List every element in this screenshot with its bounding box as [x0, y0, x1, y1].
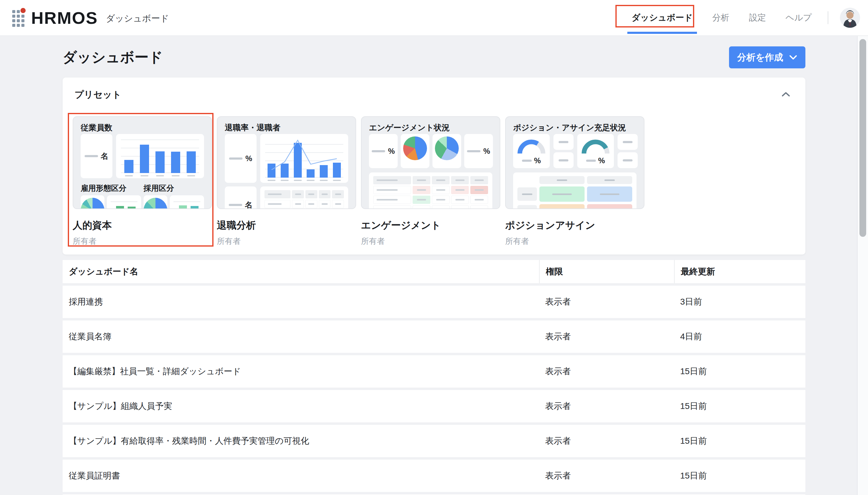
table-row[interactable]: 採用連携表示者3日前: [63, 286, 805, 318]
pie-chart-skeleton: [81, 195, 104, 209]
preset-name: 退職分析: [217, 219, 356, 232]
dashboard-name-cell: 従業員名簿: [63, 331, 539, 342]
updated-cell: 15日前: [674, 400, 805, 412]
kpi-unit: %: [245, 154, 252, 163]
nav-tab-settings[interactable]: 設定: [749, 0, 766, 35]
nav-tab-dashboard-label: ダッシュボード: [632, 12, 693, 23]
thumbnail-chart-title: 退職率・退職者: [225, 122, 348, 132]
value-placeholder-dash: [467, 150, 480, 152]
brand-wordmark: HRMOS: [31, 8, 98, 28]
preset-owner-badge: 所有者: [361, 236, 500, 246]
kpi-skeleton-tile: [553, 134, 573, 150]
table-row[interactable]: 【サンプル】有給取得率・残業時間・人件費予実管理の可視化表示者15日前: [63, 425, 805, 457]
preset-name: ポジションアサイン: [505, 219, 645, 232]
kpi-unit: 名: [245, 200, 253, 209]
app-screen: HRMOS ダッシュボード ダッシュボード 分析 設定 ヘルプ: [0, 0, 868, 495]
chevron-down-icon: [789, 55, 797, 60]
preset-owner-badge: 所有者: [73, 236, 212, 246]
preset-thumbnail: エンゲージメント状況 %%: [361, 116, 500, 209]
column-header-permission[interactable]: 権限: [539, 260, 674, 283]
gauge-chart-skeleton: %: [513, 134, 550, 168]
column-header-name[interactable]: ダッシュボード名: [63, 260, 539, 283]
hrmos-logo[interactable]: HRMOS ダッシュボード: [12, 8, 169, 28]
column-header-updated[interactable]: 最終更新: [674, 260, 805, 283]
preset-tile-position-assign[interactable]: ポジション・アサイン充足状況 %% ポジションアサイン 所有者: [505, 116, 645, 246]
create-analysis-button[interactable]: 分析を作成: [729, 46, 805, 68]
permission-cell: 表示者: [539, 296, 674, 308]
kpi-skeleton-tile: 名: [81, 134, 112, 178]
user-avatar[interactable]: [840, 7, 860, 28]
permission-cell: 表示者: [539, 470, 674, 482]
preset-name: エンゲージメント: [361, 219, 500, 232]
value-placeholder-dash: [85, 155, 98, 157]
preset-thumbnail: 退職率・退職者 %名: [217, 116, 356, 209]
pie-chart-skeleton: [433, 134, 461, 168]
scrollbar-thumb[interactable]: [859, 39, 866, 237]
collapse-section-button[interactable]: [778, 90, 794, 99]
updated-cell: 15日前: [674, 470, 805, 482]
table-skeleton: [260, 186, 348, 209]
value-placeholder-dash: [372, 150, 385, 152]
nav-tab-analysis[interactable]: 分析: [712, 0, 729, 35]
x-axis-placeholder-labels: [121, 173, 199, 176]
main-content: ダッシュボード 分析を作成 プリセット 従業員数 名雇用形態区分採用区分: [0, 46, 868, 495]
preset-owner-badge: 所有者: [505, 236, 645, 246]
page-title: ダッシュボード: [63, 48, 729, 67]
preset-tile-turnover[interactable]: 退職率・退職者 %名 退職分析 所有者: [217, 116, 356, 246]
active-tab-underline: [627, 32, 697, 34]
table-body: 採用連携表示者3日前従業員名簿表示者4日前【編集厳禁】社員一覧・詳細ダッシュボー…: [63, 286, 805, 495]
preset-tile-engagement[interactable]: エンゲージメント状況 %% エンゲージメント 所有者: [361, 116, 500, 246]
kpi-skeleton-tile: [618, 134, 638, 150]
nav-tab-help-label: ヘルプ: [786, 12, 812, 23]
thumbnail-chart-title: 従業員数: [81, 122, 204, 132]
sub-chart-label: 採用区分: [144, 183, 174, 192]
kpi-unit: %: [483, 147, 490, 156]
table-row[interactable]: 従業員名簿表示者4日前: [63, 321, 805, 353]
table-header-row: ダッシュボード名 権限 最終更新: [63, 260, 805, 283]
table-row[interactable]: 【サンプル】組織人員予実表示者15日前: [63, 390, 805, 422]
kpi-unit: %: [388, 147, 395, 156]
thumbnail-chart-title: エンゲージメント状況: [369, 122, 493, 132]
preset-tile-human-capital[interactable]: 従業員数 名雇用形態区分採用区分 人的資本 所有者: [73, 116, 212, 246]
dashboard-table: ダッシュボード名 権限 最終更新 採用連携表示者3日前従業員名簿表示者4日前【編…: [63, 260, 805, 495]
permission-cell: 表示者: [539, 365, 674, 377]
x-axis-placeholder-labels: [265, 177, 343, 181]
kpi-skeleton-tile: [553, 152, 573, 168]
brand-product-label: ダッシュボード: [106, 13, 169, 25]
scrollbar-track[interactable]: [857, 36, 868, 495]
stacked-bar-chart-skeleton: [107, 195, 141, 209]
kpi-skeleton-tile: 名: [225, 186, 256, 209]
preset-section-title: プリセット: [74, 88, 121, 101]
nav-tab-dashboard[interactable]: ダッシュボード: [632, 0, 693, 35]
hrmos-logo-icon: [12, 10, 24, 27]
pie-chart-skeleton: [144, 195, 167, 209]
value-placeholder-dash: [229, 157, 243, 159]
preset-name: 人的資本: [73, 219, 212, 232]
dashboard-name-cell: 採用連携: [63, 296, 539, 308]
dashboard-name-cell: 【編集厳禁】社員一覧・詳細ダッシュボード: [63, 365, 539, 377]
nav-divider: [828, 11, 828, 24]
kpi-skeleton-tile: %: [464, 134, 493, 168]
nav-tab-help[interactable]: ヘルプ: [786, 0, 812, 35]
stacked-bar-chart-skeleton: [170, 195, 204, 209]
top-navbar: HRMOS ダッシュボード ダッシュボード 分析 設定 ヘルプ: [0, 0, 868, 36]
updated-cell: 4日前: [674, 331, 805, 342]
table-row[interactable]: 従業員証明書表示者15日前: [63, 460, 805, 492]
kpi-skeleton-tile: [618, 152, 638, 168]
dashboard-name-cell: 従業員証明書: [63, 470, 539, 482]
page-head: ダッシュボード 分析を作成: [63, 46, 805, 68]
nav-tab-settings-label: 設定: [749, 12, 766, 23]
main-nav: ダッシュボード 分析 設定 ヘルプ: [612, 0, 860, 35]
updated-cell: 15日前: [674, 435, 805, 447]
permission-cell: 表示者: [539, 331, 674, 342]
table-row[interactable]: 【編集厳禁】社員一覧・詳細ダッシュボード表示者15日前: [63, 355, 805, 388]
chevron-up-icon: [781, 91, 790, 97]
sub-chart-label: 雇用形態区分: [81, 183, 144, 192]
thumbnail-chart-title: ポジション・アサイン充足状況: [513, 122, 636, 132]
nav-tab-analysis-label: 分析: [712, 12, 729, 23]
dashboard-name-cell: 【サンプル】組織人員予実: [63, 400, 539, 412]
table-skeleton: [369, 172, 493, 209]
preset-thumbnail: ポジション・アサイン充足状況 %%: [505, 116, 645, 209]
updated-cell: 3日前: [674, 296, 805, 308]
sub-chart-labels: 雇用形態区分採用区分: [81, 183, 204, 192]
